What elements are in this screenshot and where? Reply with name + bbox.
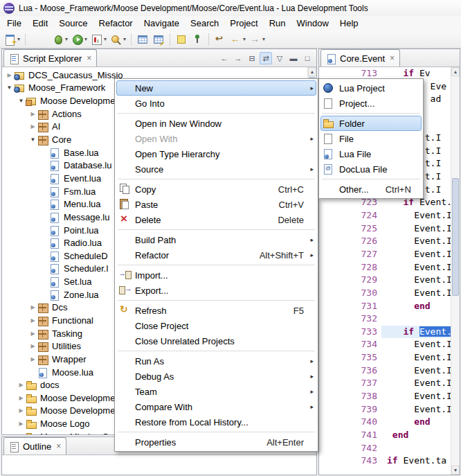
expander-collapsed-icon[interactable]: ▶ [17, 395, 26, 401]
expander-collapsed-icon[interactable]: ▶ [28, 304, 37, 310]
submenu-item-doclua-file[interactable]: DocLua File [320, 161, 422, 177]
back-button[interactable]: ← [218, 52, 230, 64]
menubar-run[interactable]: Run [264, 17, 291, 30]
coverage-button[interactable]: ▾ [89, 33, 108, 46]
run-button[interactable]: ▾ [70, 33, 89, 46]
back-button[interactable]: ▾ [228, 33, 247, 46]
line-number[interactable]: 733 [319, 326, 381, 339]
menubar-source[interactable]: Source [53, 17, 93, 30]
expander-collapsed-icon[interactable]: ▶ [28, 356, 37, 362]
line-number[interactable]: 741 [319, 429, 381, 442]
context-menu-item-properties[interactable]: PropertiesAlt+Enter [116, 434, 316, 450]
title-bar[interactable]: Lua - Moose_Framework/Moose Development/… [0, 0, 461, 16]
collapse-all-button[interactable]: ⊟ [246, 52, 258, 64]
context-menu-item-close-unrelated-projects[interactable]: Close Unrelated Projects [116, 333, 316, 349]
submenu-item-folder[interactable]: Folder [320, 116, 422, 131]
line-number[interactable]: 736 [319, 364, 381, 378]
line-number[interactable]: 727 [319, 248, 381, 261]
menubar-project[interactable]: Project [224, 17, 263, 30]
search-button[interactable]: ▾ [109, 33, 127, 46]
link-with-editor-button[interactable]: ⇄ [260, 52, 272, 64]
pin-editor-button[interactable] [190, 33, 205, 46]
context-menu-item-open-type-hierarchy[interactable]: Open Type Hierarchy [116, 146, 316, 161]
expander-collapsed-icon[interactable]: ▶ [17, 382, 26, 388]
mark-occurrences-button[interactable] [174, 33, 189, 46]
tab-script-explorer[interactable]: Script Explorer × [3, 49, 97, 67]
expander-collapsed-icon[interactable]: ▶ [28, 343, 37, 349]
line-number[interactable]: 730 [319, 287, 381, 300]
expander-collapsed-icon[interactable]: ▶ [28, 123, 37, 130]
editor-scrollbar[interactable]: ▲ ▼ [451, 67, 460, 475]
expander-collapsed-icon[interactable]: ▶ [28, 330, 37, 337]
line-number[interactable]: 728 [319, 261, 381, 274]
line-number[interactable]: 734 [319, 338, 381, 351]
expander-collapsed-icon[interactable]: ▶ [17, 434, 26, 434]
close-icon[interactable]: × [87, 53, 91, 63]
context-menu-item-refactor[interactable]: RefactorAlt+Shift+T▸ [116, 247, 316, 263]
context-menu-item-refresh[interactable]: RefreshF5 [116, 303, 316, 318]
new-wizard-button[interactable]: ▾ [3, 33, 21, 46]
expander-expanded-icon[interactable]: ▼ [17, 98, 26, 104]
table-edit-button[interactable] [151, 33, 166, 46]
menubar-help[interactable]: Help [334, 17, 364, 30]
line-number[interactable]: 735 [319, 351, 381, 364]
line-number[interactable]: 742 [319, 442, 381, 455]
line-number[interactable]: 726 [319, 235, 381, 248]
submenu-item-file[interactable]: File [320, 131, 422, 146]
close-icon[interactable]: × [390, 53, 395, 63]
line-number[interactable]: 725 [319, 222, 381, 236]
expander-collapsed-icon[interactable]: ▶ [17, 421, 26, 427]
expander-collapsed-icon[interactable]: ▶ [5, 72, 14, 78]
expander-expanded-icon[interactable]: ▼ [5, 85, 14, 91]
scroll-up-icon[interactable]: ▲ [308, 67, 316, 76]
context-menu-item-close-project[interactable]: Close Project [116, 318, 316, 333]
context-menu-item-restore-from-local-history[interactable]: Restore from Local History... [116, 414, 316, 430]
tab-core-event[interactable]: Core.Event × [320, 49, 400, 67]
context-menu-item-import[interactable]: Import... [116, 267, 316, 283]
context-menu-item-new[interactable]: New▸ [116, 80, 316, 96]
context-menu-item-open-in-new-window[interactable]: Open in New Window [116, 116, 316, 131]
context-menu-item-paste[interactable]: PasteCtrl+V [116, 197, 316, 212]
forward-button[interactable]: → [232, 52, 244, 64]
line-number[interactable]: 731 [319, 300, 381, 313]
last-edit-location-button[interactable] [213, 33, 228, 46]
context-menu-item-delete[interactable]: DeleteDelete [116, 212, 316, 227]
submenu-item-project[interactable]: Project... [320, 96, 422, 111]
tab-outline[interactable]: Outline × [3, 437, 66, 455]
line-number[interactable]: 724 [319, 209, 381, 222]
table-view-button[interactable] [135, 33, 150, 46]
context-menu-item-source[interactable]: Source▸ [116, 161, 316, 177]
scrollbar-thumb[interactable] [452, 178, 459, 296]
line-number[interactable]: 743 [319, 455, 381, 468]
context-menu-item-compare-with[interactable]: Compare With▸ [116, 399, 316, 414]
menubar-window[interactable]: Window [291, 17, 334, 30]
view-menu-button[interactable]: ▽ [273, 52, 286, 64]
scroll-up-icon[interactable]: ▲ [451, 67, 460, 76]
menubar-refactor[interactable]: Refactor [93, 17, 138, 30]
line-number[interactable]: 732 [319, 312, 381, 326]
minimize-button[interactable]: ▬ [287, 52, 300, 64]
submenu-item-other[interactable]: Other...Ctrl+N [320, 182, 422, 197]
scroll-down-icon[interactable]: ▼ [451, 466, 460, 475]
expander-expanded-icon[interactable]: ▼ [28, 136, 37, 143]
expander-collapsed-icon[interactable]: ▶ [28, 111, 37, 117]
context-menu-item-team[interactable]: Team▸ [116, 384, 316, 399]
menubar-edit[interactable]: Edit [27, 17, 53, 30]
submenu-item-lua-project[interactable]: Lua Project [320, 80, 422, 96]
expander-collapsed-icon[interactable]: ▶ [28, 317, 37, 324]
context-menu-item-export[interactable]: Export... [116, 283, 316, 298]
context-menu-item-go-into[interactable]: Go Into [116, 96, 316, 111]
debug-button[interactable]: ▾ [51, 33, 69, 46]
context-menu-item-copy[interactable]: CopyCtrl+C [116, 182, 316, 197]
forward-button[interactable]: ▾ [248, 33, 266, 46]
close-icon[interactable]: × [56, 441, 61, 451]
submenu-item-lua-file[interactable]: Lua File [320, 146, 422, 161]
maximize-button[interactable]: □ [301, 52, 314, 64]
line-number[interactable]: 740 [319, 416, 381, 429]
context-menu-item-debug-as[interactable]: Debug As▸ [116, 369, 316, 384]
line-number[interactable]: 737 [319, 377, 381, 390]
line-number[interactable]: 738 [319, 390, 381, 403]
expander-collapsed-icon[interactable]: ▶ [17, 407, 26, 414]
menubar-file[interactable]: File [1, 17, 27, 30]
context-menu-item-build-path[interactable]: Build Path▸ [116, 232, 316, 247]
